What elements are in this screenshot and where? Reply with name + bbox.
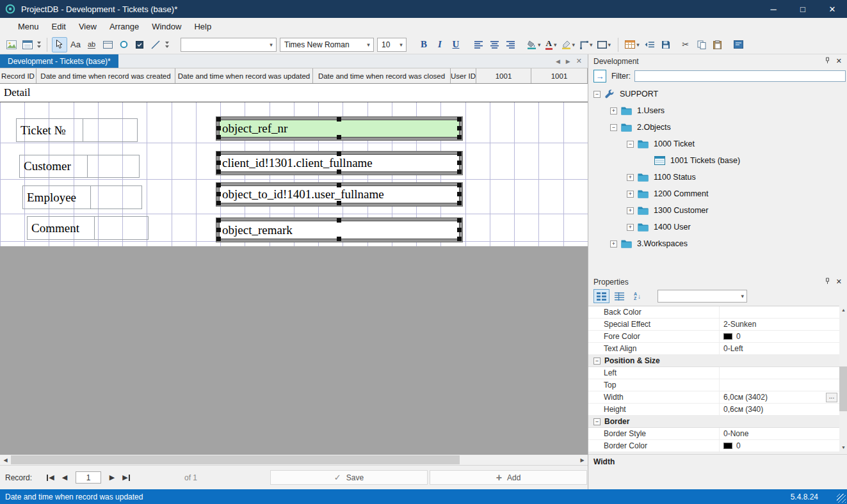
property-value[interactable]: 2-Sunken: [720, 319, 839, 330]
insert-image-button[interactable]: [4, 37, 19, 52]
maximize-button[interactable]: □: [788, 0, 818, 18]
designer-label-ticket[interactable]: Ticket №: [16, 118, 83, 142]
font-color-button[interactable]: A ▾: [544, 37, 559, 52]
property-value[interactable]: 0: [720, 440, 839, 452]
selection-handle[interactable]: [337, 135, 341, 139]
selection-handle[interactable]: [457, 228, 462, 232]
first-record-button[interactable]: ◀: [44, 471, 58, 485]
selection-handle[interactable]: [216, 117, 221, 122]
property-row-back-color[interactable]: Back Color: [588, 306, 839, 319]
form-header-col-0[interactable]: Record ID: [0, 68, 36, 83]
selection-handle[interactable]: [216, 126, 221, 130]
more-tools-chevrons[interactable]: [164, 37, 170, 52]
selection-handle[interactable]: [216, 161, 221, 165]
scrollbar-thumb[interactable]: [839, 366, 847, 411]
expand-icon[interactable]: +: [627, 207, 634, 214]
tree-item-3-workspaces[interactable]: +3.Workspaces: [588, 235, 847, 252]
save-button[interactable]: ✓ Save: [270, 470, 428, 485]
checkbox-tool-button[interactable]: [132, 37, 147, 52]
scroll-left-icon[interactable]: ◀: [0, 455, 11, 465]
bold-button[interactable]: B: [416, 37, 432, 52]
form-header-col-3[interactable]: Date and time when record was closed: [313, 68, 451, 83]
sort-az-button[interactable]: AZ ↓: [629, 289, 645, 303]
label-tool-button[interactable]: Aa: [68, 37, 83, 52]
filter-go-button[interactable]: →: [593, 70, 606, 83]
tree-item-1200-comment[interactable]: +1200 Comment: [588, 185, 847, 202]
selection-handle[interactable]: [216, 135, 221, 139]
collapse-icon[interactable]: −: [610, 124, 617, 131]
designer-label-employee[interactable]: Employee: [22, 185, 91, 209]
selection-handle[interactable]: [457, 152, 462, 156]
property-group-border[interactable]: −Border: [588, 416, 839, 428]
tab-scroll-left-icon[interactable]: ◀: [556, 58, 560, 65]
select-tool-button[interactable]: [52, 37, 67, 52]
outline-button[interactable]: [642, 37, 657, 52]
expand-icon[interactable]: +: [627, 174, 634, 181]
tree-item-2-objects[interactable]: −2.Objects: [588, 119, 847, 136]
properties-vertical-scrollbar[interactable]: ▲ ▼: [839, 306, 847, 452]
fill-color-button[interactable]: ▾: [525, 37, 543, 52]
selection-handle[interactable]: [216, 237, 221, 241]
selection-handle[interactable]: [337, 152, 341, 156]
property-row-border-style[interactable]: Border Style0-None: [588, 428, 839, 440]
scroll-up-icon[interactable]: ▲: [839, 306, 847, 314]
designer-empty-cell[interactable]: [83, 118, 138, 142]
selection-handle[interactable]: [216, 192, 221, 196]
selection-handle[interactable]: [216, 183, 221, 187]
selection-handle[interactable]: [216, 228, 221, 232]
categorized-view-button[interactable]: [593, 289, 609, 303]
selection-handle[interactable]: [216, 201, 221, 205]
property-value[interactable]: 0-Left: [720, 343, 839, 354]
property-value[interactable]: 0,6см (340): [720, 404, 839, 415]
border-corner-button[interactable]: ▾: [577, 37, 595, 52]
expand-icon[interactable]: +: [610, 240, 617, 248]
design-canvas[interactable]: Ticket №object_ref_nrCustomerclient_id!1…: [0, 102, 588, 246]
property-value[interactable]: [720, 306, 839, 318]
property-group-position-size[interactable]: −Position & Size: [588, 355, 839, 367]
underline-button[interactable]: U: [448, 37, 464, 52]
selection-handle[interactable]: [457, 169, 462, 174]
property-row-special-effect[interactable]: Special Effect2-Sunken: [588, 319, 839, 331]
form-header-col-1[interactable]: Date and time when record was created: [36, 68, 175, 83]
scroll-right-icon[interactable]: ▶: [577, 455, 588, 465]
selection-handle[interactable]: [457, 117, 462, 122]
next-record-button[interactable]: ▶: [105, 471, 119, 485]
tree-item-support[interactable]: −SUPPORT: [588, 86, 847, 102]
property-value[interactable]: [720, 379, 839, 391]
designer-field-object-remark[interactable]: object_remark: [216, 218, 462, 242]
selection-handle[interactable]: [216, 152, 221, 156]
filter-input[interactable]: [634, 70, 846, 82]
selection-handle[interactable]: [337, 169, 341, 174]
horizontal-scrollbar[interactable]: ◀ ▶: [0, 455, 588, 465]
selection-handle[interactable]: [457, 135, 462, 139]
italic-button[interactable]: I: [432, 37, 448, 52]
form-header-col-5[interactable]: 1001: [476, 68, 531, 83]
border-style-button[interactable]: ▾: [595, 37, 613, 52]
close-panel-icon[interactable]: ✕: [836, 278, 842, 286]
selection-handle[interactable]: [457, 183, 462, 187]
property-row-width[interactable]: Width6,0см (3402)...: [588, 391, 839, 404]
menu-item-edit[interactable]: Edit: [45, 18, 72, 35]
designer-empty-cell[interactable]: [95, 216, 149, 240]
grid-view-button[interactable]: [611, 289, 627, 303]
property-row-left[interactable]: Left: [588, 367, 839, 379]
designer-label-comment[interactable]: Comment: [27, 216, 95, 240]
expand-icon[interactable]: +: [627, 191, 634, 198]
copy-button[interactable]: [694, 37, 709, 52]
designer-field-object-to-id-1401-user-fullname[interactable]: object_to_id!1401.user_fullname: [216, 183, 462, 206]
selection-handle[interactable]: [457, 201, 462, 205]
previous-record-button[interactable]: ◀: [58, 471, 72, 485]
resize-grip[interactable]: [837, 494, 846, 503]
tree-item-1300-customer[interactable]: +1300 Customer: [588, 202, 847, 219]
designer-empty-cell[interactable]: [91, 185, 142, 209]
tree-item-1001-tickets-base[interactable]: 1001 Tickets (base): [588, 152, 847, 169]
panel-toggle-button[interactable]: [731, 37, 746, 52]
selection-handle[interactable]: [457, 218, 462, 223]
selection-handle[interactable]: [457, 192, 462, 196]
align-right-button[interactable]: [503, 37, 518, 52]
menu-item-view[interactable]: View: [72, 18, 103, 35]
properties-combobox[interactable]: ▾: [657, 290, 747, 303]
save-layout-button[interactable]: [658, 37, 674, 52]
close-panel-icon[interactable]: ✕: [836, 57, 842, 65]
paste-button[interactable]: [710, 37, 725, 52]
